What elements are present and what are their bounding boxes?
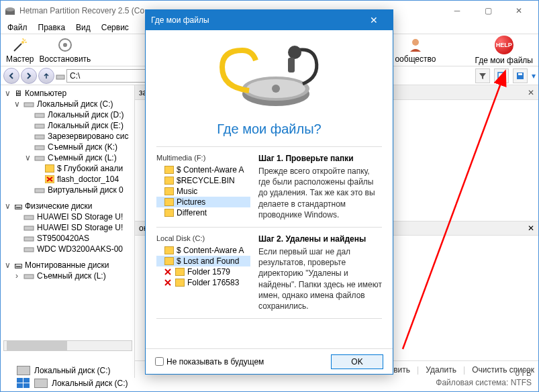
- help-icon: HELP: [495, 36, 513, 54]
- wizard-button[interactable]: Мастер: [6, 37, 34, 64]
- folder-item[interactable]: Different: [156, 207, 250, 218]
- restore-button[interactable]: Восстановить: [40, 37, 91, 64]
- tree-item[interactable]: $ Глубокий анали: [1, 163, 134, 174]
- status-area: Локальный диск (C:) Локальный диск (C:): [17, 366, 128, 389]
- chevron-down-icon[interactable]: ▾: [532, 71, 536, 81]
- svg-rect-6: [56, 75, 64, 79]
- windows-icon: [17, 378, 30, 389]
- svg-point-2: [21, 41, 24, 44]
- mounted-item[interactable]: › Съемный диск (L:): [1, 271, 134, 281]
- status-drive-2: Локальный диск (C:): [17, 378, 128, 389]
- ok-button[interactable]: OK: [331, 354, 383, 369]
- folder-item[interactable]: $ Content-Aware A: [156, 245, 250, 256]
- view-button[interactable]: [494, 68, 509, 83]
- tree-item[interactable]: Локальный диск (E:): [1, 120, 134, 131]
- recovery-close-icon[interactable]: ✕: [528, 224, 534, 233]
- wizard-label: Мастер: [6, 54, 34, 64]
- svg-point-31: [288, 46, 301, 59]
- step2-title: Шаг 2. Удалены и найдены: [258, 234, 382, 246]
- app-icon: [5, 5, 15, 16]
- tree-physical[interactable]: ∨🖴 Физические диски: [1, 201, 134, 211]
- dialog-close-icon[interactable]: ✕: [360, 15, 387, 26]
- dialog-section-2: Local Disk (C:) $ Content-Aware A$ Lost …: [156, 227, 382, 319]
- dont-show-checkbox[interactable]: Не показывать в будущем: [155, 357, 326, 366]
- help-label: Где мои файлы: [475, 56, 533, 65]
- status-right: 0 ГБ Файловая система: NTFS: [436, 369, 532, 387]
- svg-rect-24: [23, 378, 30, 383]
- tree-item[interactable]: ∨Локальный диск (C:): [1, 99, 134, 109]
- menu-view[interactable]: Вид: [72, 21, 95, 34]
- sidebar-scrollbar[interactable]: [3, 340, 132, 351]
- menu-service[interactable]: Сервис: [97, 21, 133, 34]
- section1-drive: Multimedia (F:): [156, 154, 250, 164]
- svg-rect-20: [24, 237, 34, 241]
- forward-button[interactable]: [21, 68, 37, 84]
- restore-label: Восстановить: [40, 54, 91, 64]
- address-text: C:\: [70, 71, 80, 81]
- svg-rect-7: [498, 72, 505, 79]
- dialog-title-bar: Где мои файлы ✕: [146, 10, 393, 30]
- drive-icon: [56, 71, 65, 81]
- filter-button[interactable]: [475, 68, 490, 83]
- tree-item[interactable]: Локальный диск (D:): [1, 109, 134, 120]
- dialog-title: Где мои файлы: [151, 15, 360, 25]
- svg-rect-18: [24, 215, 34, 219]
- maximize-button[interactable]: ▢: [473, 1, 503, 21]
- person-icon: [407, 37, 424, 53]
- folder-item[interactable]: Folder 1579: [156, 266, 250, 277]
- close-button[interactable]: ✕: [503, 1, 534, 21]
- tree-item[interactable]: Зарезервировано сис: [1, 131, 134, 142]
- mounted-drive-label: Съемный диск (L:): [37, 271, 106, 281]
- status-fs: Файловая система: NTFS: [436, 378, 532, 387]
- dont-show-label: Не показывать в будущем: [166, 357, 264, 366]
- minimize-button[interactable]: ─: [442, 1, 473, 21]
- menu-file[interactable]: Файл: [3, 21, 32, 34]
- folder-item[interactable]: $ Content-Aware A: [156, 164, 250, 175]
- sidebar: ∨ 🖥 Компьютер ∨Локальный диск (C:)Локаль…: [1, 85, 135, 378]
- svg-point-1: [5, 7, 15, 11]
- phys-item[interactable]: HUAWEI SD Storage U!: [1, 211, 134, 222]
- svg-rect-13: [35, 135, 44, 139]
- community-button[interactable]: ообщество: [395, 37, 436, 64]
- computer-icon: 🖥: [14, 89, 22, 98]
- status-size: 0 ГБ: [436, 369, 532, 378]
- back-button[interactable]: [3, 68, 19, 84]
- phys-item[interactable]: WDC WD3200AAKS-00: [1, 244, 134, 254]
- menu-edit[interactable]: Правка: [34, 21, 70, 34]
- help-dialog: Где мои файлы ✕ Где мои файлы? Multimedi…: [145, 9, 393, 375]
- dont-show-input[interactable]: [155, 357, 164, 366]
- step1-text: Прежде всего откройте папку, где были ра…: [258, 166, 382, 220]
- preview-close-icon[interactable]: ✕: [528, 88, 534, 97]
- mounted-label: Монтированные диски: [25, 260, 109, 270]
- tree-item[interactable]: Съемный диск (K:): [1, 142, 134, 152]
- svg-rect-17: [35, 189, 44, 193]
- restore-icon: [57, 37, 73, 53]
- svg-rect-9: [518, 73, 522, 75]
- phys-item[interactable]: ST9500420AS: [1, 233, 134, 244]
- svg-rect-14: [35, 146, 44, 150]
- svg-rect-11: [35, 113, 44, 117]
- tree-item[interactable]: flash_doctor_104: [1, 174, 134, 185]
- dialog-footer: Не показывать в будущем OK: [146, 348, 393, 374]
- svg-rect-23: [17, 378, 23, 383]
- tree-item[interactable]: Виртуальный диск 0: [1, 185, 134, 195]
- computer-label: Компьютер: [25, 89, 66, 98]
- folder-item[interactable]: Folder 176583: [156, 277, 250, 288]
- tree-computer[interactable]: ∨ 🖥 Компьютер: [1, 88, 134, 99]
- status-drive-1: Локальный диск (C:): [17, 366, 128, 375]
- folder-item[interactable]: $ Lost and Found: [156, 256, 250, 266]
- up-button[interactable]: [38, 68, 54, 84]
- folder-item[interactable]: $RECYCLE.BIN: [156, 175, 250, 186]
- help-button[interactable]: HELP Где мои файлы: [475, 36, 533, 65]
- folder-item[interactable]: Pictures: [156, 197, 250, 207]
- dialog-image: [156, 37, 382, 117]
- folder-item[interactable]: Music: [156, 186, 250, 197]
- phys-item[interactable]: HUAWEI SD Storage U!: [1, 222, 134, 233]
- dialog-section-1: Multimedia (F:) $ Content-Aware A$RECYCL…: [156, 146, 382, 227]
- save-button[interactable]: [513, 68, 528, 83]
- svg-rect-26: [23, 383, 30, 388]
- tree-item[interactable]: ∨Съемный диск (L:): [1, 152, 134, 163]
- svg-rect-15: [35, 156, 44, 160]
- physical-label: Физические диски: [25, 201, 93, 211]
- tree-mounted[interactable]: ∨🖴 Монтированные диски: [1, 260, 134, 271]
